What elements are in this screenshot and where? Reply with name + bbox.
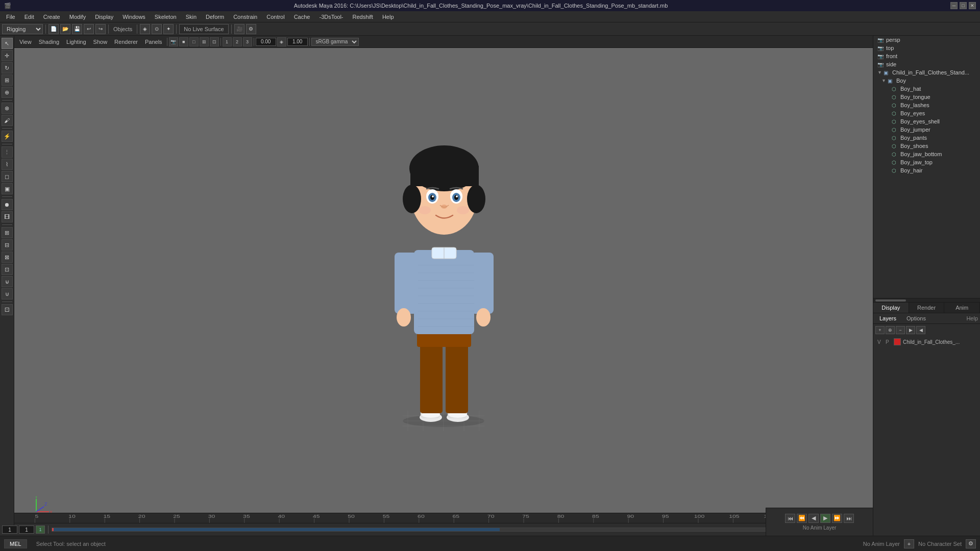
no-live-surface[interactable]: No Live Surface (179, 24, 228, 34)
rigging-btn-6[interactable]: ⊍ (2, 288, 13, 299)
maximize-button[interactable]: □ (960, 2, 967, 9)
tree-item-persp[interactable]: 📷 persp (873, 36, 980, 44)
tree-item-side[interactable]: 📷 side (873, 60, 980, 68)
snap-point-btn[interactable]: ◻ (2, 171, 13, 182)
menu-cache[interactable]: Cache (290, 13, 314, 21)
vp-toggle2[interactable]: □ (189, 37, 199, 46)
panels-menu[interactable]: Panels (142, 38, 165, 46)
vp-smooth2[interactable]: 2 (233, 37, 242, 46)
dra-subtab-layers[interactable]: Layers (875, 314, 900, 322)
undo-btn[interactable]: ↩ (84, 24, 94, 34)
menu-create[interactable]: Create (39, 13, 64, 21)
snap-surface-btn[interactable]: ▣ (2, 183, 13, 194)
start-frame-input[interactable] (2, 525, 17, 534)
tree-item-front[interactable]: 📷 front (873, 52, 980, 60)
vp-near-clip-input[interactable] (256, 38, 276, 46)
menu-help[interactable]: Help (378, 13, 398, 21)
layer-new2-btn[interactable]: ⊕ (886, 326, 895, 334)
renderer-menu[interactable]: Renderer (111, 38, 141, 46)
menu-constrain[interactable]: Constrain (229, 13, 261, 21)
menu-windows[interactable]: Windows (118, 13, 150, 21)
lasso-btn[interactable]: ⊙ (152, 24, 162, 34)
anim-layer-btn[interactable]: + (904, 539, 914, 548)
vp-cam-btn[interactable]: 📷 (169, 37, 178, 46)
tree-item-boy-group[interactable]: ▼ ▣ Boy (873, 77, 980, 85)
layer-back-btn[interactable]: ◀ (916, 326, 925, 334)
play-back-btn[interactable]: ◀ (808, 514, 819, 523)
menu-skin[interactable]: Skin (182, 13, 201, 21)
step-fwd-btn[interactable]: ⏩ (832, 514, 842, 523)
menu-redshift[interactable]: Redshift (349, 13, 377, 21)
render-btn[interactable]: 🎥 (234, 24, 244, 34)
paint-weights-btn[interactable]: 🖌 (2, 115, 13, 126)
tree-item-boy-hair[interactable]: ⬡ Boy_hair (873, 166, 980, 174)
dra-help[interactable]: Help (966, 315, 978, 321)
vp-wireframe-btn[interactable]: ⊡ (210, 37, 219, 46)
layer-forward-btn[interactable]: ▶ (906, 326, 915, 334)
play-btn[interactable]: ▶ (820, 514, 830, 523)
vp-toggle1[interactable]: ■ (179, 37, 188, 46)
snap-grid-btn[interactable]: ⋮ (2, 146, 13, 158)
tree-item-boy-jumper[interactable]: ⬡ Boy_jumper (873, 126, 980, 134)
render-settings-btn[interactable]: ⚙ (246, 24, 256, 34)
shading-menu[interactable]: Shading (36, 38, 62, 46)
layer-new-btn[interactable]: + (875, 326, 885, 334)
timeline-range-bar[interactable] (52, 528, 799, 532)
tree-item-root[interactable]: ▼ ▣ Child_in_Fall_Clothes_Stand... (873, 68, 980, 77)
rigging-btn-1[interactable]: ⊞ (2, 227, 13, 238)
outliner-scroll-thumb[interactable] (875, 299, 906, 302)
menu-modify[interactable]: Modify (65, 13, 90, 21)
universal-manip-btn[interactable]: ⊕ (2, 87, 13, 98)
char-set-btn[interactable]: ⚙ (966, 539, 976, 548)
dra-tab-anim[interactable]: Anim (944, 303, 980, 313)
outliner-scrollbar[interactable] (873, 298, 980, 302)
soft-select-btn[interactable]: ⊗ (2, 103, 13, 114)
minimize-button[interactable]: ─ (950, 2, 958, 9)
menu-file[interactable]: File (2, 13, 19, 21)
layer-row-child[interactable]: V P Child_in_Fall_Clothes_... (875, 337, 978, 346)
jump-start-btn[interactable]: ⏮ (785, 514, 795, 523)
step-back-btn[interactable]: ⏪ (797, 514, 807, 523)
tree-item-boy-shoes[interactable]: ⬡ Boy_shoes (873, 142, 980, 150)
layer-delete-btn[interactable]: − (896, 326, 905, 334)
new-scene-btn[interactable]: 📄 (48, 24, 59, 34)
select-tool-btn[interactable]: ↖ (2, 38, 13, 49)
fx-btn[interactable]: ⚀ (2, 304, 13, 315)
open-btn[interactable]: 📂 (60, 24, 70, 34)
paint-btn[interactable]: ✦ (163, 24, 174, 34)
keyframe-marker[interactable]: 1 (36, 525, 45, 534)
menu-deform[interactable]: Deform (202, 13, 228, 21)
tree-item-boy-pants[interactable]: ⬡ Boy_pants (873, 134, 980, 142)
rigging-btn-2[interactable]: ⊟ (2, 239, 13, 251)
mel-tab[interactable]: MEL (4, 539, 27, 548)
rotate-tool-btn[interactable]: ↻ (2, 62, 13, 73)
rigging-btn-3[interactable]: ⊠ (2, 252, 13, 263)
select-mode-btn[interactable]: ◈ (140, 24, 150, 34)
menu-display[interactable]: Display (91, 13, 117, 21)
layer-color-swatch[interactable] (894, 338, 901, 345)
tree-item-boy-eyes[interactable]: ⬡ Boy_eyes (873, 109, 980, 117)
jump-end-btn[interactable]: ⏭ (844, 514, 854, 523)
render-view-btn[interactable]: 🎞 (2, 211, 13, 222)
menu-3dstool[interactable]: -3DsTool- (315, 13, 347, 21)
save-btn[interactable]: 💾 (72, 24, 82, 34)
show-menu[interactable]: Show (90, 38, 111, 46)
timeline-area[interactable]: 5 10 15 20 25 30 35 40 45 50 55 60 65 70… (0, 513, 873, 523)
current-frame-input[interactable] (19, 525, 34, 534)
vp-smooth3[interactable]: 3 (243, 37, 252, 46)
dra-subtab-options[interactable]: Options (902, 314, 930, 322)
dra-tab-render[interactable]: Render (909, 303, 945, 313)
show-manip-btn[interactable]: ⚡ (2, 131, 13, 142)
menu-skeleton[interactable]: Skeleton (151, 13, 181, 21)
menu-edit[interactable]: Edit (20, 13, 38, 21)
mode-dropdown[interactable]: Rigging (2, 24, 43, 34)
move-tool-btn[interactable]: ✛ (2, 50, 13, 61)
history-btn[interactable]: ⏺ (2, 199, 13, 210)
rigging-btn-5[interactable]: ⊌ (2, 276, 13, 287)
vp-far-clip-input[interactable] (287, 38, 308, 46)
tree-item-boy-eyes-shell[interactable]: ⬡ Boy_eyes_shell (873, 117, 980, 126)
scale-tool-btn[interactable]: ⊞ (2, 74, 13, 86)
tree-item-boy-jaw-bottom[interactable]: ⬡ Boy_jaw_bottom (873, 150, 980, 158)
lighting-menu[interactable]: Lighting (63, 38, 89, 46)
gamma-select[interactable]: sRGB gamma (311, 38, 359, 46)
